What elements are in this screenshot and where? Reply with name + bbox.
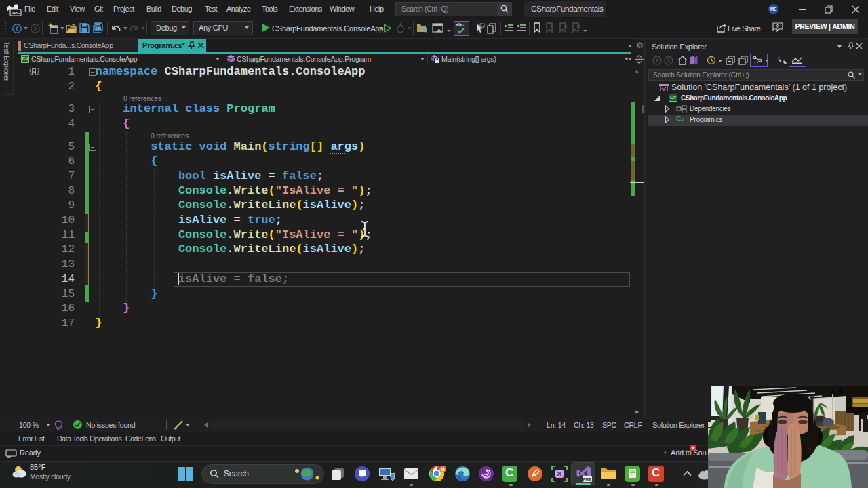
svg-text:PRE: PRE — [12, 11, 20, 15]
svg-text:PRE: PRE — [583, 477, 591, 481]
svg-text:M: M — [441, 467, 445, 472]
